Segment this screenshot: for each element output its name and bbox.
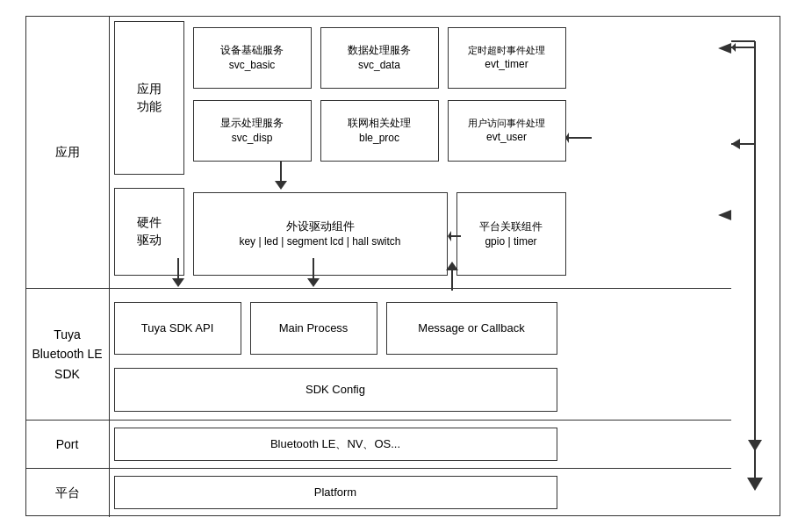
app-section: 应用 功能 硬件 驱动 设备基础服务 svc_basic 数据处理服务 svc_… [110,17,731,289]
port-section: Bluetooth LE、NV、OS... [110,421,731,469]
svg-marker-11 [172,278,184,287]
sdk-config-box: SDK Config [114,368,557,412]
sdk-api-box: Tuya SDK API [114,302,241,355]
evt-user-box: 用户访问事件处理 evt_user [448,100,566,162]
ble-proc-box: 联网相关处理 ble_proc [320,100,439,162]
svc-basic-box: 设备基础服务 svc_basic [193,27,312,89]
arrow-svc-to-hw [272,162,290,193]
app-func-label: 应用 功能 [114,21,184,175]
arrow-platform-to-hw [448,227,461,245]
platform-section: Platform [110,469,731,517]
app-label: 应用 [26,17,110,289]
svg-marker-9 [565,133,569,143]
svg-marker-5 [275,181,287,190]
architecture-diagram: 应用 Tuya Bluetooth LE SDK Port 平台 应用 功能 硬… [25,16,780,516]
arrow-app-to-main [305,258,322,291]
svc-disp-box: 显示处理服务 svc_disp [193,100,312,162]
platform-comp-box: 平台关联组件 gpio | timer [456,192,566,276]
svg-marker-13 [307,278,320,287]
port-label: Port [26,421,110,469]
msg-callback-box: Message or Callback [386,302,557,355]
svg-marker-3 [731,43,736,52]
arrow-hw-to-msg [443,258,461,291]
evt-timer-box: 定时超时事件处理 evt_timer [448,27,566,89]
svc-data-box: 数据处理服务 svc_data [320,27,439,89]
svg-marker-15 [446,262,458,270]
platform-inner-box: Platform [114,476,557,509]
sdk-section: Tuya SDK API Main Process Message or Cal… [110,289,731,421]
arrow-app-to-sdk-api [169,258,187,291]
port-ble-box: Bluetooth LE、NV、OS... [114,428,557,461]
right-side-arrow [731,17,780,517]
svg-marker-7 [448,231,451,241]
arrow-right-to-evt-user [565,129,592,147]
platform-label: 平台 [26,469,110,517]
sdk-label: Tuya Bluetooth LE SDK [26,289,110,421]
main-process-box: Main Process [250,302,377,355]
svg-marker-1 [747,478,763,491]
